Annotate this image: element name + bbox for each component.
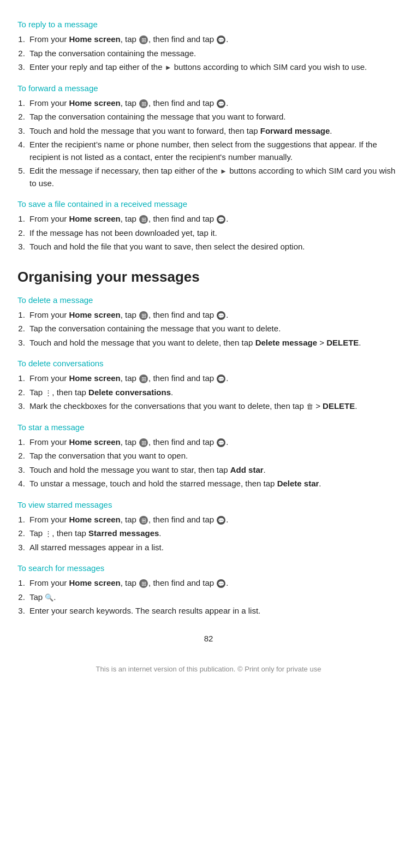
step-item: All starred messages appear in a list. bbox=[27, 542, 400, 554]
steps-list-forward: From your Home screen, tap , then find a… bbox=[27, 97, 400, 190]
step-item: From your Home screen, tap , then find a… bbox=[27, 97, 400, 110]
section-heading-save-file: To save a file contained in a received m… bbox=[17, 199, 400, 209]
steps-list-save-file: From your Home screen, tap , then find a… bbox=[27, 213, 400, 253]
sections-after: To delete a messageFrom your Home screen… bbox=[17, 295, 400, 617]
steps-list-star-message: From your Home screen, tap , then find a… bbox=[27, 436, 400, 490]
step-item: Enter the recipient’s name or phone numb… bbox=[27, 139, 400, 163]
step-item: Edit the message if necessary, then tap … bbox=[27, 165, 400, 189]
step-item: Tap the conversation containing the mess… bbox=[27, 111, 400, 123]
section-heading-delete-conversations: To delete conversations bbox=[17, 359, 400, 368]
steps-list-delete-message: From your Home screen, tap , then find a… bbox=[27, 309, 400, 349]
section-delete-message: To delete a messageFrom your Home screen… bbox=[17, 295, 400, 349]
step-item: Enter your reply and tap either of the ►… bbox=[27, 61, 400, 74]
step-item: From your Home screen, tap , then find a… bbox=[27, 33, 400, 46]
section-heading-star-message: To star a message bbox=[17, 423, 400, 432]
step-item: Touch and hold the message you want to s… bbox=[27, 464, 400, 477]
section-delete-conversations: To delete conversationsFrom your Home sc… bbox=[17, 359, 400, 413]
steps-list-reply: From your Home screen, tap , then find a… bbox=[27, 33, 400, 74]
step-item: To unstar a message, touch and hold the … bbox=[27, 478, 400, 490]
page-footer: This is an internet version of this publ… bbox=[17, 665, 400, 680]
section-heading-view-starred: To view starred messages bbox=[17, 500, 400, 509]
section-search-messages: To search for messagesFrom your Home scr… bbox=[17, 563, 400, 617]
document-body: To reply to a messageFrom your Home scre… bbox=[17, 20, 400, 680]
step-item: From your Home screen, tap , then find a… bbox=[27, 309, 400, 322]
section-save-file: To save a file contained in a received m… bbox=[17, 199, 400, 253]
step-item: From your Home screen, tap , then find a… bbox=[27, 213, 400, 225]
step-item: From your Home screen, tap , then find a… bbox=[27, 436, 400, 449]
step-item: From your Home screen, tap , then find a… bbox=[27, 577, 400, 590]
steps-list-view-starred: From your Home screen, tap , then find a… bbox=[27, 514, 400, 554]
step-item: Tap ⋮, then tap Starred messages. bbox=[27, 527, 400, 540]
step-item: From your Home screen, tap , then find a… bbox=[27, 372, 400, 385]
step-item: Tap the conversation containing the mess… bbox=[27, 47, 400, 60]
step-item: Touch and hold the file that you want to… bbox=[27, 241, 400, 253]
section-heading-forward: To forward a message bbox=[17, 84, 400, 93]
section-heading-reply: To reply to a message bbox=[17, 20, 400, 29]
step-item: Enter your search keywords. The search r… bbox=[27, 605, 400, 617]
section-heading-search-messages: To search for messages bbox=[17, 563, 400, 573]
page-number: 82 bbox=[17, 634, 400, 643]
step-item: Touch and hold the message that you want… bbox=[27, 337, 400, 349]
sections-before: To reply to a messageFrom your Home scre… bbox=[17, 20, 400, 253]
step-item: Mark the checkboxes for the conversation… bbox=[27, 400, 400, 413]
section-reply: To reply to a messageFrom your Home scre… bbox=[17, 20, 400, 74]
step-item: Touch and hold the message that you want… bbox=[27, 125, 400, 138]
step-item: Tap 🔍. bbox=[27, 591, 400, 604]
section-view-starred: To view starred messagesFrom your Home s… bbox=[17, 500, 400, 554]
step-item: If the message has not been downloaded y… bbox=[27, 227, 400, 240]
steps-list-search-messages: From your Home screen, tap , then find a… bbox=[27, 577, 400, 617]
big-heading: Organising your messages bbox=[17, 269, 400, 286]
step-item: Tap ⋮, then tap Delete conversations. bbox=[27, 387, 400, 399]
step-item: From your Home screen, tap , then find a… bbox=[27, 514, 400, 526]
step-item: Tap the conversation containing the mess… bbox=[27, 323, 400, 335]
section-heading-delete-message: To delete a message bbox=[17, 295, 400, 305]
section-star-message: To star a messageFrom your Home screen, … bbox=[17, 423, 400, 490]
steps-list-delete-conversations: From your Home screen, tap , then find a… bbox=[27, 372, 400, 413]
section-forward: To forward a messageFrom your Home scree… bbox=[17, 84, 400, 190]
step-item: Tap the conversation that you want to op… bbox=[27, 450, 400, 462]
